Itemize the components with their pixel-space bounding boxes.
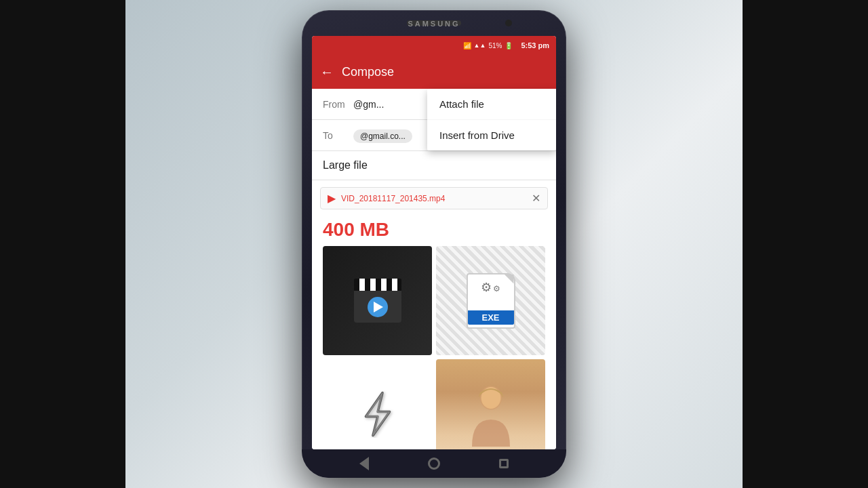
phone-screen: 📶 ▲▲ 51% 🔋 5:53 pm ← Compose Attach file… (312, 36, 556, 449)
status-bar: 📶 ▲▲ 51% 🔋 5:53 pm (312, 36, 556, 55)
recents-nav-button[interactable] (494, 453, 514, 474)
from-label: From (323, 99, 353, 110)
remove-attachment-button[interactable]: ✕ (532, 192, 540, 205)
play-triangle (374, 302, 383, 312)
svg-marker-1 (366, 392, 389, 435)
person-svg (464, 382, 518, 447)
attachment-filename: VID_20181117_201435.mp4 (341, 194, 526, 203)
exe-file-icon: ⚙ ⚙ EXE (467, 273, 515, 329)
left-bar (0, 0, 125, 488)
to-chip: @gmail.co... (353, 129, 412, 143)
camera (505, 20, 512, 26)
to-label: To (323, 130, 353, 141)
phone-top: SAMSUNG (302, 10, 566, 36)
clapper-board (354, 279, 401, 323)
exe-thumbnail[interactable]: ⚙ ⚙ EXE (436, 246, 545, 355)
file-size: 400 MB (320, 216, 548, 246)
subject-row: Large file (312, 151, 556, 180)
home-nav-icon (428, 458, 440, 470)
exe-label: EXE (468, 310, 514, 325)
clapper-bottom (354, 291, 401, 323)
insert-from-drive-item[interactable]: Insert from Drive (427, 120, 556, 150)
right-bar (743, 0, 868, 488)
wifi-icon: 📶 (463, 42, 471, 49)
status-time: 5:53 pm (521, 41, 549, 49)
back-nav-button[interactable] (354, 453, 374, 474)
attachment-area: ▶ VID_20181117_201435.mp4 ✕ 400 MB (312, 180, 556, 449)
gear-small: ⚙ (493, 284, 500, 295)
recents-nav-icon (499, 459, 509, 468)
dropdown-menu: Attach file Insert from Drive (427, 89, 556, 150)
lightning-icon (354, 390, 401, 438)
home-nav-button[interactable] (424, 453, 444, 474)
gears-icon: ⚙ ⚙ (481, 280, 500, 295)
scene: SAMSUNG 📶 ▲▲ 51% 🔋 5:53 pm ← Compose (0, 0, 868, 488)
app-bar: ← Compose (312, 55, 556, 89)
attachment-chip: ▶ VID_20181117_201435.mp4 ✕ (320, 187, 548, 209)
status-icons: 📶 ▲▲ 51% 🔋 (463, 42, 513, 49)
brand-text: SAMSUNG (408, 20, 460, 28)
back-nav-icon (359, 457, 369, 470)
phone-bottom-nav (302, 449, 566, 478)
back-button[interactable]: ← (320, 64, 334, 80)
attach-file-item[interactable]: Attach file (427, 89, 556, 120)
battery-text: 51% (488, 42, 502, 49)
lightning-thumbnail[interactable] (323, 359, 432, 449)
file-corner (505, 274, 514, 284)
app-title: Compose (342, 65, 394, 79)
subject-text: Large file (323, 159, 368, 171)
photo-thumbnail[interactable] (436, 359, 545, 449)
gear-large: ⚙ (481, 280, 492, 295)
phone-shell: SAMSUNG 📶 ▲▲ 51% 🔋 5:53 pm ← Compose (302, 10, 566, 478)
battery-icon: 🔋 (505, 42, 513, 49)
thumbnail-grid: ⚙ ⚙ EXE (320, 246, 548, 449)
clapper-top (354, 279, 401, 291)
video-thumbnail[interactable] (323, 246, 432, 355)
signal-icon: ▲▲ (474, 42, 486, 49)
play-button (368, 297, 388, 317)
video-icon: ▶ (328, 192, 336, 205)
